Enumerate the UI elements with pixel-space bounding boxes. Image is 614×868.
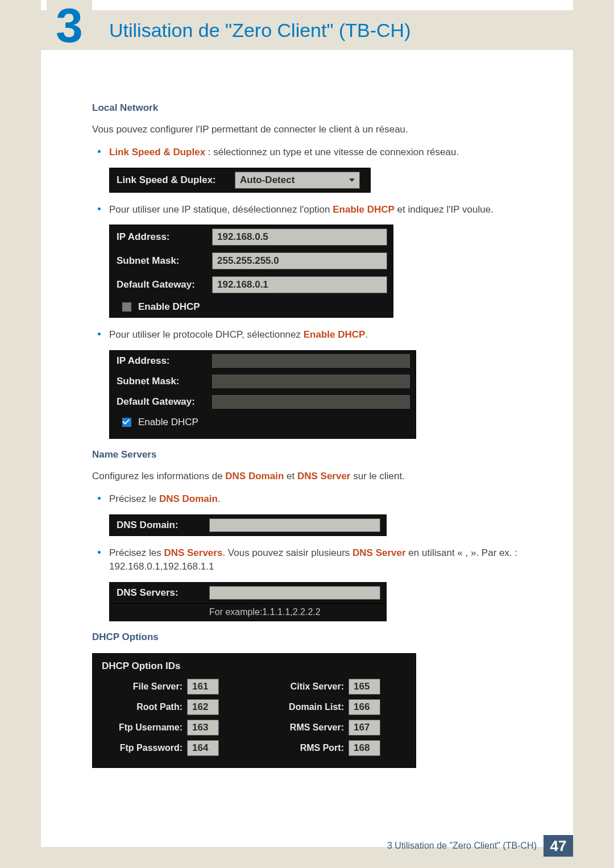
page: 3 Utilisation de "Zero Client" (TB-CH) L… bbox=[41, 0, 573, 847]
page-number: 47 bbox=[544, 835, 573, 857]
citix-server-input[interactable]: 165 bbox=[349, 679, 380, 695]
ftp-username-label: Ftp Username: bbox=[102, 721, 187, 734]
dhcp-ip-input bbox=[212, 354, 410, 368]
rms-port-label: RMS Port: bbox=[263, 742, 349, 754]
subnet-mask-label: Subnet Mask: bbox=[115, 254, 212, 268]
domain-list-label: Domain List: bbox=[263, 701, 349, 713]
dns-servers-example: For example:1.1.1.1,2.2.2.2 bbox=[109, 604, 387, 621]
dhcp-left-column: File Server:161 Root Path:162 Ftp Userna… bbox=[93, 676, 254, 758]
link-speed-dropdown[interactable]: Auto-Detect bbox=[235, 172, 360, 189]
ip-address-label: IP Address: bbox=[115, 230, 212, 244]
default-gateway-input[interactable]: 192.168.0.1 bbox=[212, 276, 387, 293]
ftp-username-input[interactable]: 163 bbox=[187, 720, 219, 736]
content: Local Network Vous pouvez configurer l'I… bbox=[92, 102, 558, 778]
link-speed-term: Link Speed & Duplex bbox=[109, 147, 205, 157]
dhcp-gw-input bbox=[212, 395, 410, 409]
static-ip-panel: IP Address: 192.168.0.5 Subnet Mask: 255… bbox=[109, 225, 393, 318]
dns-servers-label: DNS Servers: bbox=[115, 586, 209, 600]
dhcp-ip-label: IP Address: bbox=[115, 354, 212, 368]
dns-servers-panel: DNS Servers: bbox=[109, 582, 387, 604]
ftp-password-input[interactable]: 164 bbox=[187, 740, 219, 756]
chapter-header: 3 Utilisation de "Zero Client" (TB-CH) bbox=[41, 10, 573, 50]
rms-server-label: RMS Server: bbox=[263, 721, 349, 734]
bullet-static-ip: Pour utiliser une IP statique, désélecti… bbox=[92, 203, 558, 217]
root-path-input[interactable]: 162 bbox=[187, 699, 219, 715]
domain-list-input[interactable]: 166 bbox=[349, 699, 380, 715]
root-path-label: Root Path: bbox=[102, 701, 187, 713]
bullet-dhcp: Pour utiliser le protocole DHCP, sélecti… bbox=[92, 328, 558, 342]
dns-domain-panel: DNS Domain: bbox=[109, 514, 387, 536]
dns-domain-input[interactable] bbox=[209, 518, 380, 532]
name-servers-intro: Configurez les informations de DNS Domai… bbox=[92, 471, 558, 482]
bullet-link-speed: Link Speed & Duplex : sélectionnez un ty… bbox=[92, 146, 558, 160]
ftp-password-label: Ftp Password: bbox=[102, 742, 187, 754]
default-gateway-label: Default Gateway: bbox=[115, 278, 212, 292]
chapter-number: 3 bbox=[47, 0, 92, 50]
bullet-dns-servers: Précisez les DNS Servers. Vous pouvez sa… bbox=[92, 546, 558, 574]
name-servers-heading: Name Servers bbox=[92, 449, 558, 460]
dhcp-mask-input bbox=[212, 375, 410, 388]
enable-dhcp-checkbox-checked[interactable] bbox=[122, 418, 131, 427]
local-network-intro: Vous pouvez configurer l'IP permettant d… bbox=[92, 124, 558, 135]
link-speed-label: Link Speed & Duplex: bbox=[115, 173, 235, 187]
enable-dhcp-term-2: Enable DHCP bbox=[304, 329, 366, 340]
dhcp-option-ids-title: DHCP Option IDs bbox=[93, 658, 416, 676]
dhcp-mask-label: Subnet Mask: bbox=[115, 375, 212, 388]
rms-server-input[interactable]: 167 bbox=[349, 720, 380, 736]
subnet-mask-input[interactable]: 255.255.255.0 bbox=[212, 252, 387, 269]
enable-dhcp-label: Enable DHCP bbox=[137, 300, 234, 314]
dhcp-ip-panel: IP Address: Subnet Mask: Default Gateway… bbox=[109, 350, 416, 439]
chevron-down-icon bbox=[349, 178, 355, 182]
dns-servers-input[interactable] bbox=[209, 586, 380, 600]
dhcp-options-panel: DHCP Option IDs File Server:161 Root Pat… bbox=[92, 653, 416, 768]
ip-address-input[interactable]: 192.168.0.5 bbox=[212, 229, 387, 246]
link-speed-panel: Link Speed & Duplex: Auto-Detect bbox=[109, 168, 371, 193]
dhcp-options-heading: DHCP Options bbox=[92, 632, 558, 643]
enable-dhcp-term: Enable DHCP bbox=[333, 204, 395, 215]
enable-dhcp-label-2: Enable DHCP bbox=[137, 416, 234, 429]
dhcp-right-column: Citix Server:165 Domain List:166 RMS Ser… bbox=[254, 676, 416, 758]
dns-domain-label: DNS Domain: bbox=[115, 518, 209, 532]
file-server-label: File Server: bbox=[102, 680, 187, 693]
rms-port-input[interactable]: 168 bbox=[349, 740, 380, 756]
link-speed-value: Auto-Detect bbox=[240, 175, 294, 186]
local-network-heading: Local Network bbox=[92, 102, 558, 114]
footer-title: 3 Utilisation de "Zero Client" (TB-CH) bbox=[387, 841, 537, 851]
chapter-title: Utilisation de "Zero Client" (TB-CH) bbox=[109, 19, 411, 41]
dhcp-gw-label: Default Gateway: bbox=[115, 395, 212, 409]
file-server-input[interactable]: 161 bbox=[187, 679, 219, 695]
enable-dhcp-checkbox[interactable] bbox=[122, 302, 131, 312]
bullet-dns-domain: Précisez le DNS Domain. bbox=[92, 492, 558, 506]
citix-server-label: Citix Server: bbox=[263, 680, 349, 693]
page-footer: 3 Utilisation de "Zero Client" (TB-CH) 4… bbox=[41, 835, 573, 857]
